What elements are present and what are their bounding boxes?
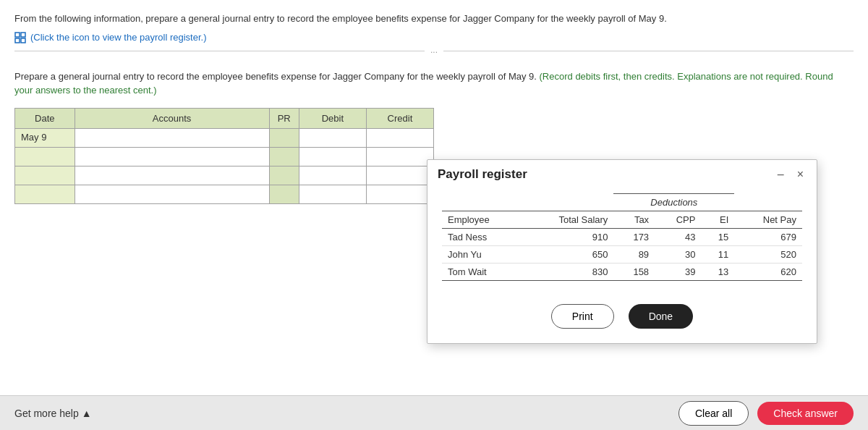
ei-cell-1: 15: [701, 229, 734, 246]
journal-row-1: May 9: [15, 128, 434, 147]
date-cell-1: May 9: [15, 128, 75, 147]
col-pr: PR: [269, 108, 299, 128]
question-text: From the following information, prepare …: [14, 12, 854, 26]
grid-icon: [14, 32, 26, 43]
debit-field-2[interactable]: [299, 148, 366, 166]
check-answer-button[interactable]: Check answer: [757, 402, 854, 425]
employee-cell-3: Tom Wait: [442, 264, 522, 281]
employee-header-spacer: [442, 194, 613, 211]
journal-row-2: [15, 147, 434, 166]
instruction-text: Prepare a general journal entry to recor…: [14, 69, 854, 98]
col-net-pay: Net Pay: [734, 211, 802, 229]
col-debit: Debit: [299, 108, 366, 128]
net_pay-cell-2: 520: [734, 246, 802, 264]
ei-cell-2: 11: [701, 246, 734, 264]
account-input-1[interactable]: [75, 128, 269, 147]
payroll-modal: Payroll register – × Deductions Employee…: [427, 159, 817, 344]
minimize-button[interactable]: –: [775, 169, 787, 180]
account-input-4[interactable]: [75, 185, 269, 203]
ei-cell-3: 13: [701, 264, 734, 281]
svg-rect-2: [15, 38, 20, 43]
credit-field-2[interactable]: [367, 148, 433, 166]
debit-input-3[interactable]: [299, 166, 366, 185]
bottom-bar: Get more help ▲ Clear all Check answer: [0, 395, 868, 430]
employee-cell-2: John Yu: [442, 246, 522, 264]
debit-field-4[interactable]: [299, 185, 366, 203]
date-cell-2: [15, 147, 75, 166]
credit-input-1[interactable]: [366, 128, 433, 147]
payroll-link-text[interactable]: (Click the icon to view the payroll regi…: [30, 32, 206, 43]
account-input-3[interactable]: [75, 166, 269, 185]
payroll-link[interactable]: (Click the icon to view the payroll regi…: [14, 32, 854, 43]
credit-input-4[interactable]: [366, 185, 433, 203]
col-tax: Tax: [613, 211, 655, 229]
debit-field-1[interactable]: [299, 129, 366, 147]
credit-field-3[interactable]: [367, 166, 433, 185]
net_pay-cell-3: 620: [734, 264, 802, 281]
col-date: Date: [15, 108, 75, 128]
date-cell-4: [15, 185, 75, 203]
dots: ...: [425, 45, 443, 55]
get-more-help-label: Get more help: [14, 408, 79, 419]
modal-body: Deductions Employee Total Salary Tax CPP…: [427, 182, 817, 292]
cpp-cell-1: 43: [655, 229, 701, 246]
col-cpp: CPP: [655, 211, 701, 229]
total_salary-cell-1: 910: [522, 229, 613, 246]
svg-rect-3: [21, 38, 25, 43]
account-field-4[interactable]: [75, 185, 269, 203]
debit-input-4[interactable]: [299, 185, 366, 203]
deductions-header: Deductions: [613, 194, 734, 211]
modal-title: Payroll register: [438, 167, 527, 182]
credit-input-3[interactable]: [366, 166, 433, 185]
credit-field-1[interactable]: [367, 129, 433, 147]
credit-field-4[interactable]: [367, 185, 433, 203]
modal-controls: – ×: [775, 169, 807, 180]
pr-cell-2: [269, 147, 299, 166]
net-pay-header-spacer: [734, 194, 802, 211]
col-credit: Credit: [366, 108, 433, 128]
journal-table: Date Accounts PR Debit Credit May 9: [14, 108, 434, 204]
chevron-up-icon: ▲: [82, 408, 92, 419]
clear-all-button[interactable]: Clear all: [678, 401, 749, 426]
main-content: From the following information, prepare …: [0, 0, 868, 430]
col-total-salary: Total Salary: [522, 211, 613, 229]
credit-input-2[interactable]: [366, 147, 433, 166]
cpp-cell-2: 30: [655, 246, 701, 264]
pr-cell-3: [269, 166, 299, 185]
done-button[interactable]: Done: [629, 304, 693, 329]
account-input-2[interactable]: [75, 147, 269, 166]
pr-cell-4: [269, 185, 299, 203]
total_salary-cell-2: 650: [522, 246, 613, 264]
account-field-3[interactable]: [75, 166, 269, 185]
tax-cell-1: 173: [613, 229, 655, 246]
col-ei: EI: [701, 211, 734, 229]
cpp-cell-3: 39: [655, 264, 701, 281]
payroll-table: Deductions Employee Total Salary Tax CPP…: [442, 193, 802, 281]
divider: ...: [14, 51, 854, 62]
date-cell-3: [15, 166, 75, 185]
journal-row-3: [15, 166, 434, 185]
svg-rect-1: [21, 33, 25, 37]
col-accounts: Accounts: [75, 108, 269, 128]
payroll-row-1: Tad Ness9101734315679: [442, 229, 802, 246]
payroll-row-3: Tom Wait8301583913620: [442, 264, 802, 281]
print-button[interactable]: Print: [551, 304, 614, 329]
debit-input-2[interactable]: [299, 147, 366, 166]
debit-input-1[interactable]: [299, 128, 366, 147]
bottom-right-buttons: Clear all Check answer: [678, 401, 854, 426]
col-employee: Employee: [442, 211, 522, 229]
get-more-help[interactable]: Get more help ▲: [14, 408, 92, 419]
tax-cell-2: 89: [613, 246, 655, 264]
journal-row-4: [15, 185, 434, 203]
modal-header: Payroll register – ×: [427, 160, 817, 182]
debit-field-3[interactable]: [299, 166, 366, 185]
close-button[interactable]: ×: [794, 169, 807, 180]
account-field-2[interactable]: [75, 148, 269, 166]
modal-footer: Print Done: [427, 292, 817, 343]
net_pay-cell-1: 679: [734, 229, 802, 246]
svg-rect-0: [15, 33, 20, 37]
employee-cell-1: Tad Ness: [442, 229, 522, 246]
account-field-1[interactable]: [75, 129, 269, 147]
payroll-row-2: John Yu650893011520: [442, 246, 802, 264]
total_salary-cell-3: 830: [522, 264, 613, 281]
